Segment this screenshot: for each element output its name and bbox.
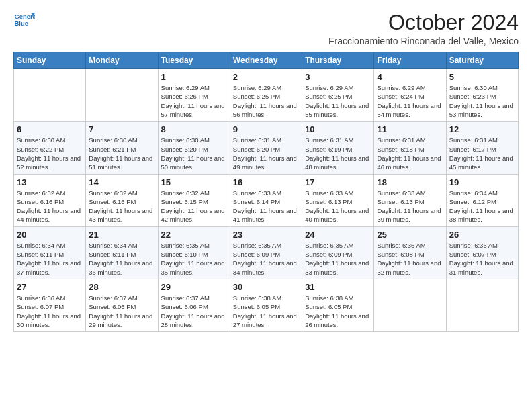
- calendar-cell: 18Sunrise: 6:33 AMSunset: 6:13 PMDayligh…: [374, 174, 446, 226]
- cell-info: Sunrise: 6:29 AMSunset: 6:25 PMDaylight:…: [305, 83, 371, 119]
- main-title: October 2024: [328, 11, 519, 34]
- calendar-cell: [446, 279, 518, 331]
- day-number: 9: [233, 124, 299, 134]
- calendar-cell: 27Sunrise: 6:36 AMSunset: 6:07 PMDayligh…: [14, 279, 86, 331]
- calendar-cell: 7Sunrise: 6:30 AMSunset: 6:21 PMDaylight…: [86, 122, 158, 174]
- calendar-cell: [86, 69, 158, 122]
- calendar-cell: 6Sunrise: 6:30 AMSunset: 6:22 PMDaylight…: [14, 122, 86, 174]
- cell-info: Sunrise: 6:36 AMSunset: 6:07 PMDaylight:…: [449, 241, 515, 277]
- calendar-cell: 3Sunrise: 6:29 AMSunset: 6:25 PMDaylight…: [302, 69, 374, 122]
- calendar-cell: [14, 69, 86, 122]
- cell-info: Sunrise: 6:30 AMSunset: 6:20 PMDaylight:…: [161, 136, 227, 171]
- header-day-monday: Monday: [86, 52, 158, 69]
- cell-info: Sunrise: 6:35 AMSunset: 6:09 PMDaylight:…: [233, 241, 299, 277]
- week-row-4: 20Sunrise: 6:34 AMSunset: 6:11 PMDayligh…: [14, 226, 519, 279]
- subtitle: Fraccionamiento Rinconada del Valle, Mex…: [328, 36, 519, 46]
- day-number: 26: [449, 230, 515, 240]
- cell-info: Sunrise: 6:31 AMSunset: 6:18 PMDaylight:…: [377, 136, 443, 171]
- cell-info: Sunrise: 6:38 AMSunset: 6:05 PMDaylight:…: [305, 293, 371, 329]
- cell-info: Sunrise: 6:31 AMSunset: 6:17 PMDaylight:…: [449, 136, 515, 171]
- calendar-cell: 22Sunrise: 6:35 AMSunset: 6:10 PMDayligh…: [158, 226, 230, 279]
- calendar-cell: 21Sunrise: 6:34 AMSunset: 6:11 PMDayligh…: [86, 226, 158, 279]
- day-number: 17: [305, 177, 371, 187]
- calendar-cell: 4Sunrise: 6:29 AMSunset: 6:24 PMDaylight…: [374, 69, 446, 122]
- header: General Blue October 2024 Fraccionamient…: [13, 11, 519, 46]
- page: General Blue October 2024 Fraccionamient…: [0, 0, 532, 411]
- cell-info: Sunrise: 6:33 AMSunset: 6:14 PMDaylight:…: [233, 189, 299, 224]
- header-day-saturday: Saturday: [446, 52, 518, 69]
- calendar-cell: 31Sunrise: 6:38 AMSunset: 6:05 PMDayligh…: [302, 279, 374, 331]
- day-number: 12: [449, 124, 515, 134]
- day-number: 4: [377, 72, 443, 82]
- cell-info: Sunrise: 6:33 AMSunset: 6:13 PMDaylight:…: [305, 189, 371, 224]
- week-row-1: 1Sunrise: 6:29 AMSunset: 6:26 PMDaylight…: [14, 69, 519, 122]
- cell-info: Sunrise: 6:29 AMSunset: 6:24 PMDaylight:…: [377, 83, 443, 119]
- day-number: 23: [233, 230, 299, 240]
- week-row-3: 13Sunrise: 6:32 AMSunset: 6:16 PMDayligh…: [14, 174, 519, 226]
- week-row-5: 27Sunrise: 6:36 AMSunset: 6:07 PMDayligh…: [14, 279, 519, 331]
- day-number: 31: [305, 282, 371, 292]
- day-number: 19: [449, 177, 515, 187]
- calendar-header: SundayMondayTuesdayWednesdayThursdayFrid…: [14, 52, 519, 69]
- day-number: 11: [377, 124, 443, 134]
- header-day-tuesday: Tuesday: [158, 52, 230, 69]
- cell-info: Sunrise: 6:35 AMSunset: 6:10 PMDaylight:…: [161, 241, 227, 277]
- cell-info: Sunrise: 6:31 AMSunset: 6:20 PMDaylight:…: [233, 136, 299, 171]
- day-number: 6: [17, 124, 83, 134]
- cell-info: Sunrise: 6:37 AMSunset: 6:06 PMDaylight:…: [89, 293, 154, 329]
- day-number: 10: [305, 124, 371, 134]
- calendar-cell: 16Sunrise: 6:33 AMSunset: 6:14 PMDayligh…: [230, 174, 302, 226]
- day-number: 24: [305, 230, 371, 240]
- calendar-cell: 23Sunrise: 6:35 AMSunset: 6:09 PMDayligh…: [230, 226, 302, 279]
- cell-info: Sunrise: 6:34 AMSunset: 6:11 PMDaylight:…: [17, 241, 83, 277]
- day-number: 18: [377, 177, 443, 187]
- header-row: SundayMondayTuesdayWednesdayThursdayFrid…: [14, 52, 519, 69]
- cell-info: Sunrise: 6:32 AMSunset: 6:16 PMDaylight:…: [89, 189, 154, 224]
- day-number: 14: [89, 177, 154, 187]
- calendar-cell: 11Sunrise: 6:31 AMSunset: 6:18 PMDayligh…: [374, 122, 446, 174]
- calendar-cell: 26Sunrise: 6:36 AMSunset: 6:07 PMDayligh…: [446, 226, 518, 279]
- calendar-cell: 13Sunrise: 6:32 AMSunset: 6:16 PMDayligh…: [14, 174, 86, 226]
- cell-info: Sunrise: 6:38 AMSunset: 6:05 PMDaylight:…: [233, 293, 299, 329]
- day-number: 28: [89, 282, 154, 292]
- calendar-cell: 30Sunrise: 6:38 AMSunset: 6:05 PMDayligh…: [230, 279, 302, 331]
- day-number: 30: [233, 282, 299, 292]
- day-number: 13: [17, 177, 83, 187]
- day-number: 21: [89, 230, 154, 240]
- cell-info: Sunrise: 6:37 AMSunset: 6:06 PMDaylight:…: [161, 293, 227, 329]
- cell-info: Sunrise: 6:36 AMSunset: 6:08 PMDaylight:…: [377, 241, 443, 277]
- cell-info: Sunrise: 6:34 AMSunset: 6:11 PMDaylight:…: [89, 241, 154, 277]
- calendar-cell: 8Sunrise: 6:30 AMSunset: 6:20 PMDaylight…: [158, 122, 230, 174]
- day-number: 8: [161, 124, 227, 134]
- calendar-cell: 15Sunrise: 6:32 AMSunset: 6:15 PMDayligh…: [158, 174, 230, 226]
- day-number: 7: [89, 124, 154, 134]
- day-number: 20: [17, 230, 83, 240]
- day-number: 1: [161, 72, 227, 82]
- cell-info: Sunrise: 6:29 AMSunset: 6:26 PMDaylight:…: [161, 83, 227, 119]
- calendar-cell: [374, 279, 446, 331]
- day-number: 25: [377, 230, 443, 240]
- calendar-cell: 10Sunrise: 6:31 AMSunset: 6:19 PMDayligh…: [302, 122, 374, 174]
- calendar-cell: 28Sunrise: 6:37 AMSunset: 6:06 PMDayligh…: [86, 279, 158, 331]
- calendar-body: 1Sunrise: 6:29 AMSunset: 6:26 PMDaylight…: [14, 69, 519, 332]
- day-number: 3: [305, 72, 371, 82]
- calendar-cell: 14Sunrise: 6:32 AMSunset: 6:16 PMDayligh…: [86, 174, 158, 226]
- svg-text:Blue: Blue: [14, 19, 28, 27]
- cell-info: Sunrise: 6:32 AMSunset: 6:16 PMDaylight:…: [17, 189, 83, 224]
- header-day-friday: Friday: [374, 52, 446, 69]
- cell-info: Sunrise: 6:29 AMSunset: 6:25 PMDaylight:…: [233, 83, 299, 119]
- day-number: 16: [233, 177, 299, 187]
- day-number: 29: [161, 282, 227, 292]
- cell-info: Sunrise: 6:33 AMSunset: 6:13 PMDaylight:…: [377, 189, 443, 224]
- logo: General Blue: [13, 11, 35, 30]
- cell-info: Sunrise: 6:32 AMSunset: 6:15 PMDaylight:…: [161, 189, 227, 224]
- day-number: 22: [161, 230, 227, 240]
- header-day-wednesday: Wednesday: [230, 52, 302, 69]
- calendar-cell: 9Sunrise: 6:31 AMSunset: 6:20 PMDaylight…: [230, 122, 302, 174]
- header-day-thursday: Thursday: [302, 52, 374, 69]
- cell-info: Sunrise: 6:30 AMSunset: 6:21 PMDaylight:…: [89, 136, 154, 171]
- generalblue-logo-icon: General Blue: [13, 11, 35, 30]
- week-row-2: 6Sunrise: 6:30 AMSunset: 6:22 PMDaylight…: [14, 122, 519, 174]
- calendar-cell: 1Sunrise: 6:29 AMSunset: 6:26 PMDaylight…: [158, 69, 230, 122]
- calendar-cell: 24Sunrise: 6:35 AMSunset: 6:09 PMDayligh…: [302, 226, 374, 279]
